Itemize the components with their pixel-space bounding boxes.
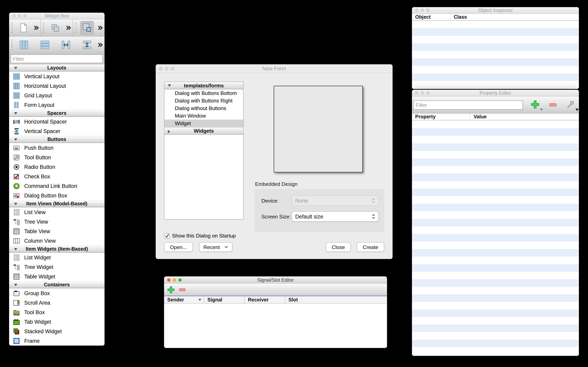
toolbar-overflow-button[interactable] xyxy=(65,25,71,31)
screen-size-select[interactable]: Default size xyxy=(292,211,379,222)
widget-category-header[interactable]: Item Views (Model-Based) xyxy=(9,200,104,207)
column-header-property[interactable]: Property xyxy=(412,114,470,120)
widget-filter-input[interactable] xyxy=(11,54,103,63)
widget-category-header[interactable]: Buttons xyxy=(9,136,104,143)
column-header-object[interactable]: Object xyxy=(412,14,450,20)
configure-dropdown-arrow[interactable] xyxy=(575,108,579,111)
minimize-window-button[interactable] xyxy=(421,91,424,94)
new-form-button[interactable] xyxy=(17,21,30,34)
toolbar-grip-icon[interactable] xyxy=(11,39,13,51)
template-item[interactable]: Dialog with Buttons Bottom xyxy=(165,89,243,97)
edit-widgets-button[interactable] xyxy=(80,21,94,34)
widget-list-item[interactable]: Tab Widget xyxy=(9,317,104,326)
object-inspector-titlebar[interactable]: Object Inspector xyxy=(412,7,579,14)
layout-horizontally-button[interactable] xyxy=(17,38,30,52)
widget-list-item[interactable]: Tree Widget xyxy=(9,262,104,272)
widget-list-item[interactable]: Table Widget xyxy=(9,272,104,281)
close-window-button[interactable] xyxy=(159,67,162,70)
minimize-window-button[interactable] xyxy=(173,278,176,281)
empty-row xyxy=(412,257,579,264)
zoom-window-button[interactable] xyxy=(24,14,27,17)
create-button[interactable]: Create xyxy=(357,242,384,252)
zoom-window-button[interactable] xyxy=(178,278,182,281)
layout-vertically-button[interactable] xyxy=(38,38,51,52)
zoom-window-button[interactable] xyxy=(171,67,174,70)
close-window-button[interactable] xyxy=(415,9,418,12)
tree-group-templates-forms[interactable]: templates/forms xyxy=(165,82,243,89)
toolbar-overflow-button[interactable] xyxy=(97,25,103,31)
toolbar-overflow-button[interactable] xyxy=(34,25,39,31)
widget-category-header[interactable]: Containers xyxy=(9,281,104,288)
tree-group-widgets[interactable]: Widgets xyxy=(165,127,243,135)
column-header-class[interactable]: Class xyxy=(450,14,579,20)
layout-vertical-splitter-button[interactable] xyxy=(80,38,93,52)
column-header-sender[interactable]: Sender xyxy=(164,296,204,303)
template-item[interactable]: Main Window xyxy=(165,112,243,120)
widget-list-item[interactable]: Vertical Layout xyxy=(9,72,104,81)
property-editor-titlebar[interactable]: Property Editor xyxy=(412,90,579,97)
zoom-window-button[interactable] xyxy=(426,9,429,12)
widget-list-item[interactable]: OK Push Button xyxy=(9,143,104,152)
widget-category-header[interactable]: Item Widgets (Item-Based) xyxy=(9,245,104,253)
column-header-value[interactable]: Value xyxy=(470,114,579,120)
add-property-dropdown-arrow[interactable] xyxy=(540,108,543,111)
object-tree-empty[interactable] xyxy=(412,21,579,89)
widget-list-item[interactable]: Table View xyxy=(9,226,104,236)
widget-list-item[interactable]: List View xyxy=(9,207,104,217)
new-form-titlebar[interactable]: New Form xyxy=(156,64,393,73)
column-header-slot[interactable]: Slot xyxy=(285,296,387,303)
raise-widgets-button[interactable] xyxy=(49,21,62,34)
open-button[interactable]: Open... xyxy=(164,242,193,252)
configure-property-editor-button[interactable] xyxy=(566,100,575,108)
widget-category-header[interactable]: Layouts xyxy=(9,64,104,72)
widget-list-item[interactable]: Check Box xyxy=(9,172,104,181)
toolbar-grip-icon[interactable] xyxy=(75,22,77,34)
template-item[interactable]: Dialog without Buttons xyxy=(165,104,243,112)
signal-slot-titlebar[interactable]: Signal/Slot Editor xyxy=(164,276,387,284)
property-filter-input[interactable] xyxy=(413,100,523,110)
minimize-window-button[interactable] xyxy=(165,67,168,70)
minimize-window-button[interactable] xyxy=(18,14,21,17)
widget-list-item[interactable]: Horizontal Spacer xyxy=(9,117,104,126)
widget-list-item[interactable]: Form Layout xyxy=(9,100,104,110)
add-dynamic-property-button[interactable] xyxy=(531,100,539,109)
toolbar-grip-icon[interactable] xyxy=(43,22,45,34)
widget-list-item[interactable]: Group Box xyxy=(9,288,104,298)
property-list-empty[interactable] xyxy=(412,121,579,356)
add-connection-button[interactable] xyxy=(167,286,175,293)
widget-list-item[interactable]: Tree View xyxy=(9,217,104,226)
widget-box-titlebar[interactable]: Widget Box xyxy=(9,13,104,19)
widget-list-item[interactable]: Dialog Button Box xyxy=(9,191,104,200)
remove-connection-button[interactable] xyxy=(179,287,186,292)
column-header-signal[interactable]: Signal xyxy=(204,296,244,303)
template-item[interactable]: Dialog with Buttons Right xyxy=(165,97,243,104)
remove-dynamic-property-button[interactable] xyxy=(549,102,557,107)
column-header-receiver[interactable]: Receiver xyxy=(244,296,285,303)
template-item[interactable]: Widget xyxy=(165,120,243,127)
zoom-window-button[interactable] xyxy=(426,91,429,94)
connections-list-empty[interactable] xyxy=(164,303,387,348)
recent-dropdown-button[interactable]: Recent xyxy=(199,242,232,252)
widget-list-item[interactable]: Horizontal Layout xyxy=(9,81,104,91)
close-window-button[interactable] xyxy=(415,91,418,94)
widget-list-item[interactable]: Scroll Area xyxy=(9,298,104,308)
toolbar-overflow-button[interactable] xyxy=(97,42,103,48)
widget-list-item[interactable]: Grid Layout xyxy=(9,91,104,100)
close-window-button[interactable] xyxy=(12,14,16,17)
widget-list-item[interactable]: Frame xyxy=(9,336,104,346)
layout-horizontal-splitter-button[interactable] xyxy=(59,38,73,52)
show-dialog-startup-checkbox[interactable]: Show this Dialog on Startup xyxy=(164,233,236,239)
widget-list-item[interactable]: Command Link Button xyxy=(9,181,104,191)
close-window-button[interactable] xyxy=(167,278,170,281)
widget-list-item[interactable]: Tool Box xyxy=(9,308,104,317)
widget-list-item[interactable]: Radio Button xyxy=(9,162,104,172)
close-button[interactable]: Close xyxy=(326,242,351,252)
minimize-window-button[interactable] xyxy=(421,9,424,12)
toolbar-grip-icon[interactable] xyxy=(11,22,13,34)
widget-list-item[interactable]: Tool Button xyxy=(9,152,104,162)
widget-list-item[interactable]: Column View xyxy=(9,236,104,245)
widget-category-header[interactable]: Spacers xyxy=(9,110,104,117)
widget-list-item[interactable]: Stacked Widget xyxy=(9,326,104,336)
widget-list-item[interactable]: Vertical Spacer xyxy=(9,126,104,136)
widget-list-item[interactable]: List Widget xyxy=(9,253,104,262)
